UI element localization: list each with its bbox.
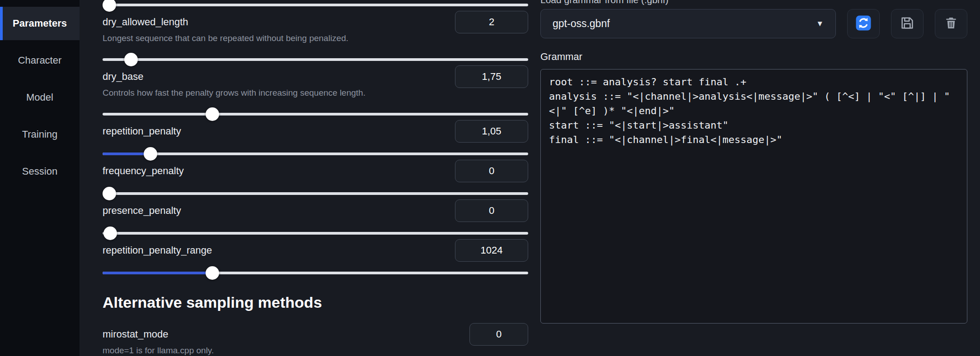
slider-track [103, 4, 528, 6]
param-presence-penalty: presence_penalty [103, 199, 528, 240]
slider-thumb[interactable] [124, 53, 138, 66]
sidebar-item-parameters[interactable]: Parameters [0, 7, 80, 40]
param-description: mode=1 is for llama.cpp only. [103, 345, 528, 356]
top-partial-slider[interactable] [103, 0, 528, 12]
grammar-file-row: gpt-oss.gbnf ▼ [540, 9, 967, 38]
slider-thumb[interactable] [144, 147, 157, 161]
slider-thumb[interactable] [206, 266, 219, 280]
param-dry-base: dry_base Controls how fast the penalty g… [103, 65, 528, 121]
repetition-penalty-input[interactable] [455, 120, 528, 143]
sidebar-item-label: Model [26, 92, 53, 103]
slider-thumb[interactable] [103, 0, 116, 12]
param-mirostat-mode: mirostat_mode mode=1 is for llama.cpp on… [103, 323, 528, 356]
parameters-column: dry_allowed_length Longest sequence that… [103, 0, 528, 356]
sidebar-item-model[interactable]: Model [0, 81, 80, 114]
grammar-section-label: Grammar [540, 51, 967, 63]
dry-allowed-length-slider[interactable] [103, 53, 528, 66]
repetition-penalty-range-slider[interactable] [103, 266, 528, 280]
main-content: dry_allowed_length Longest sequence that… [80, 0, 980, 356]
slider-track [103, 192, 528, 195]
repetition-penalty-range-input[interactable] [455, 239, 528, 262]
grammar-column: Load grammar from file (.gbnf) gpt-oss.g… [540, 0, 967, 356]
grammar-file-select[interactable]: gpt-oss.gbnf ▼ [540, 9, 836, 38]
frequency-penalty-input[interactable] [455, 160, 528, 182]
sidebar-item-label: Session [22, 166, 57, 177]
slider-fill [103, 272, 212, 274]
param-label: dry_base [103, 71, 144, 83]
param-repetition-penalty-range: repetition_penalty_range [103, 239, 528, 280]
sidebar: Parameters Character Model Training Sess… [0, 0, 80, 356]
param-dry-allowed-length: dry_allowed_length Longest sequence that… [103, 11, 528, 66]
param-label: repetition_penalty [103, 125, 181, 137]
slider-track [103, 153, 528, 155]
save-icon [900, 15, 915, 32]
param-frequency-penalty: frequency_penalty [103, 160, 528, 200]
alternative-sampling-heading: Alternative sampling methods [103, 294, 528, 311]
delete-grammar-button[interactable] [935, 9, 967, 38]
repetition-penalty-slider[interactable] [103, 147, 528, 161]
param-label: repetition_penalty_range [103, 245, 212, 256]
save-grammar-button[interactable] [891, 9, 924, 38]
sidebar-item-character[interactable]: Character [0, 44, 80, 77]
app-window: Parameters Character Model Training Sess… [0, 0, 980, 356]
trash-icon [944, 16, 958, 32]
dry-allowed-length-input[interactable] [455, 11, 528, 33]
param-label: frequency_penalty [103, 165, 184, 177]
slider-fill [103, 153, 150, 155]
presence-penalty-input[interactable] [455, 199, 528, 222]
refresh-grammar-button[interactable] [847, 9, 880, 38]
grammar-file-label: Load grammar from file (.gbnf) [540, 0, 967, 5]
slider-thumb[interactable] [103, 187, 116, 200]
slider-track [103, 232, 528, 235]
param-repetition-penalty: repetition_penalty [103, 120, 528, 161]
slider-thumb[interactable] [103, 227, 117, 240]
sidebar-item-training[interactable]: Training [0, 118, 80, 151]
dry-base-input[interactable] [455, 65, 528, 88]
refresh-icon [855, 15, 872, 33]
param-description: Controls how fast the penalty grows with… [103, 87, 528, 99]
presence-penalty-slider[interactable] [103, 227, 528, 240]
grammar-file-selected-value: gpt-oss.gbnf [553, 18, 610, 30]
mirostat-mode-input[interactable] [469, 323, 528, 346]
sidebar-item-label: Parameters [13, 18, 67, 29]
sidebar-item-label: Character [18, 55, 62, 66]
param-label: dry_allowed_length [103, 16, 188, 28]
frequency-penalty-slider[interactable] [103, 187, 528, 200]
param-label: presence_penalty [103, 205, 181, 217]
slider-thumb[interactable] [206, 107, 219, 121]
chevron-down-icon: ▼ [816, 19, 824, 28]
param-description: Longest sequence that can be repeated wi… [103, 32, 528, 44]
sidebar-item-session[interactable]: Session [0, 155, 80, 188]
grammar-textarea[interactable]: root ::= analysis? start final .+ analys… [540, 69, 967, 324]
slider-track [103, 58, 528, 61]
sidebar-item-label: Training [22, 129, 58, 140]
param-label: mirostat_mode [103, 328, 169, 340]
dry-base-slider[interactable] [103, 107, 528, 121]
slider-track [103, 113, 528, 116]
